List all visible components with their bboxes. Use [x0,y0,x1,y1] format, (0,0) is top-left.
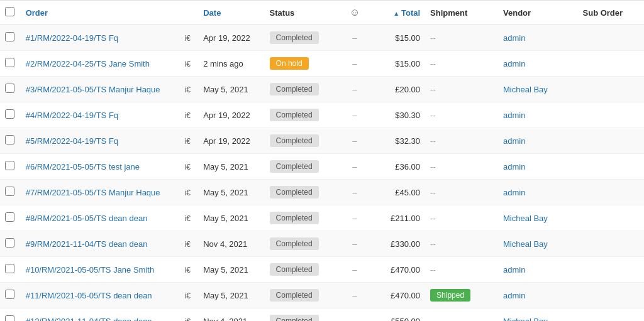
row-checkbox-10[interactable] [5,264,14,273]
header-smiley[interactable]: ☺ [344,1,365,25]
table-row: #6/RM/2021-05-05/TS test janei€May 5, 20… [0,154,644,180]
order-total-6: £36.00 [370,162,420,171]
order-icon-6[interactable]: i€ [185,163,191,171]
row-checkbox-9[interactable] [5,238,14,248]
header-total[interactable]: Total [365,1,425,25]
shipment-cell-6: -- [430,162,436,171]
order-icon-2[interactable]: i€ [185,60,191,68]
order-link-1[interactable]: #1/RM/2022-04-19/TS Fq [26,33,118,43]
table-row: #10/RM/2021-05-05/TS Jane Smithi€May 5, … [0,257,644,283]
order-icon-7[interactable]: i€ [185,188,191,197]
vendor-link-10[interactable]: admin [503,265,525,275]
shipment-cell-2: -- [430,59,436,68]
row-checkbox-3[interactable] [5,84,14,93]
order-date: Apr 19, 2022 [198,25,264,51]
order-icon-11[interactable]: i€ [185,291,191,300]
order-date: May 5, 2021 [198,257,264,283]
order-total-4: $30.30 [370,111,420,120]
smiley-cell-11: – [353,291,357,300]
shipment-cell-12: -- [430,317,436,322]
table-row: #5/RM/2022-04-19/TS Fqi€Apr 19, 2022Comp… [0,128,644,154]
vendor-link-6[interactable]: admin [503,162,525,171]
row-checkbox-8[interactable] [5,212,14,222]
suborder-cell [578,77,644,102]
order-date: Apr 19, 2022 [198,128,264,154]
table-header: Order Date Status ☺ Total Shipment Vendo… [0,1,644,25]
shipment-cell-5: -- [430,136,436,146]
status-badge-1: Completed [270,31,319,44]
order-date: May 5, 2021 [198,180,264,205]
row-checkbox-1[interactable] [5,32,14,41]
vendor-link-12[interactable]: Micheal Bay [503,317,548,322]
status-badge-3: Completed [270,83,319,95]
select-all-checkbox[interactable] [5,7,14,16]
suborder-cell [578,128,644,154]
order-date: Nov 4, 2021 [198,308,264,322]
order-link-2[interactable]: #2/RM/2022-04-25/TS Jane Smith [26,59,150,68]
orders-table: Order Date Status ☺ Total Shipment Vendo… [0,0,644,321]
table-row: #1/RM/2022-04-19/TS Fqi€Apr 19, 2022Comp… [0,25,644,51]
row-checkbox-11[interactable] [5,290,14,299]
header-status: Status [265,1,345,25]
suborder-cell [578,154,644,180]
vendor-link-4[interactable]: admin [503,111,525,120]
order-link-7[interactable]: #7/RM/2021-05-05/TS Manjur Haque [26,188,160,197]
row-checkbox-12[interactable] [5,315,14,321]
order-date: May 5, 2021 [198,283,264,308]
smiley-cell-10: – [353,265,357,275]
smiley-cell-3: – [353,85,357,94]
shipment-cell-10: -- [430,265,436,275]
row-checkbox-4[interactable] [5,109,14,119]
status-badge-11: Completed [270,289,319,302]
row-checkbox-5[interactable] [5,135,14,144]
smiley-cell-12: – [353,317,357,322]
table-row: #4/RM/2022-04-19/TS Fqi€Apr 19, 2022Comp… [0,102,644,128]
vendor-link-3[interactable]: Micheal Bay [503,85,548,94]
smiley-cell-6: – [353,162,357,171]
order-icon-5[interactable]: i€ [185,137,191,146]
header-shipment: Shipment [425,1,498,25]
header-order[interactable]: Order [21,1,180,25]
status-badge-10: Completed [270,263,319,276]
row-checkbox-2[interactable] [5,58,14,67]
order-link-5[interactable]: #5/RM/2022-04-19/TS Fq [26,136,118,146]
vendor-link-11[interactable]: admin [503,291,525,300]
header-check[interactable] [0,1,21,25]
row-checkbox-6[interactable] [5,161,14,170]
vendor-link-5[interactable]: admin [503,136,525,146]
order-total-8: £211.00 [370,214,420,223]
table-row: #7/RM/2021-05-05/TS Manjur Haquei€May 5,… [0,180,644,205]
order-link-11[interactable]: #11/RM/2021-05-05/TS dean dean [26,291,152,300]
order-icon-3[interactable]: i€ [185,85,191,94]
row-checkbox-7[interactable] [5,187,14,196]
vendor-link-9[interactable]: Micheal Bay [503,239,548,249]
order-link-6[interactable]: #6/RM/2021-05-05/TS test jane [26,162,140,171]
header-date[interactable]: Date [198,1,264,25]
order-link-10[interactable]: #10/RM/2021-05-05/TS Jane Smith [26,265,155,275]
shipment-cell-4: -- [430,111,436,120]
vendor-link-2[interactable]: admin [503,59,525,68]
vendor-link-8[interactable]: Micheal Bay [503,214,548,223]
smiley-cell-4: – [353,111,357,120]
order-date: Nov 4, 2021 [198,231,264,257]
vendor-link-1[interactable]: admin [503,33,525,43]
order-link-4[interactable]: #4/RM/2022-04-19/TS Fq [26,111,118,120]
smiley-cell-8: – [353,214,357,223]
smiley-cell-1: – [353,33,357,43]
order-link-8[interactable]: #8/RM/2021-05-05/TS dean dean [26,214,148,223]
status-badge-5: Completed [270,134,319,147]
suborder-cell [578,25,644,51]
order-link-3[interactable]: #3/RM/2021-05-05/TS Manjur Haque [26,85,160,94]
order-icon-8[interactable]: i€ [185,214,191,223]
order-total-12: £550.00 [370,317,420,322]
order-link-12[interactable]: #12/RM/2021-11-04/TS dean dean [26,317,152,322]
order-icon-12[interactable]: i€ [185,317,191,322]
order-icon-1[interactable]: i€ [185,34,191,43]
order-icon-10[interactable]: i€ [185,266,191,275]
order-link-9[interactable]: #9/RM/2021-11-04/TS dean dean [26,239,148,249]
header-vendor: Vendor [498,1,578,25]
vendor-link-7[interactable]: admin [503,188,525,197]
order-icon-9[interactable]: i€ [185,240,191,249]
order-icon-4[interactable]: i€ [185,111,191,120]
smiley-cell-2: – [353,59,357,68]
